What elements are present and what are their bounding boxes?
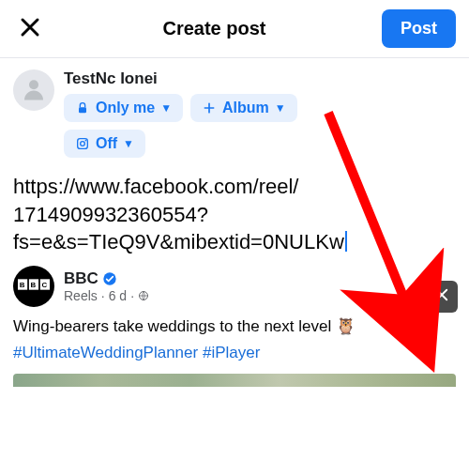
svg-rect-1	[79, 107, 86, 113]
preview-caption: Wing-bearers take weddings to the next l…	[0, 307, 469, 340]
page-title: Create post	[162, 18, 265, 39]
publisher-meta: BBC Reels · 6 d ·	[64, 269, 149, 303]
owl-emoji: 🦉	[336, 317, 356, 335]
album-label: Album	[222, 100, 269, 116]
secondary-chips: Off ▼	[64, 130, 297, 158]
lock-icon	[75, 100, 90, 115]
author-name: TestNc Ionei	[64, 69, 297, 88]
hashtag-link[interactable]: #UltimateWeddingPlanner	[13, 344, 198, 361]
header-bar: Create post Post	[0, 0, 469, 58]
person-icon	[20, 74, 48, 106]
audience-selector[interactable]: Only me ▼	[64, 94, 183, 122]
preview-header: B B C BBC Reels · 6 d ·	[13, 266, 456, 307]
chevron-down-icon: ▼	[160, 101, 172, 115]
preview-hashtags: #UltimateWeddingPlanner #iPlayer	[0, 340, 469, 370]
author-section: TestNc Ionei Only me ▼ Album ▼	[0, 58, 469, 161]
bbc-logo-icon: B B C	[18, 278, 50, 295]
hashtag-link[interactable]: #iPlayer	[203, 344, 260, 361]
post-text-input[interactable]: https://www.facebook.com/reel/ 171490993…	[0, 161, 469, 262]
chevron-down-icon: ▼	[275, 101, 286, 115]
svg-text:B: B	[31, 281, 37, 289]
close-button[interactable]	[13, 12, 47, 46]
close-icon	[433, 286, 450, 307]
publisher-name[interactable]: BBC	[64, 269, 98, 288]
post-age: 6 d	[109, 288, 127, 303]
close-icon	[19, 16, 41, 42]
separator-dot: ·	[101, 288, 105, 303]
remove-preview-button[interactable]	[426, 281, 458, 313]
svg-point-4	[85, 140, 87, 142]
author-meta: TestNc Ionei Only me ▼ Album ▼	[64, 69, 297, 158]
publisher-subline: Reels · 6 d ·	[64, 288, 149, 303]
preview-image[interactable]	[13, 374, 456, 387]
verified-badge-icon	[102, 271, 117, 286]
plus-icon	[202, 100, 217, 115]
separator-dot: ·	[130, 288, 134, 303]
instagram-label: Off	[96, 135, 117, 152]
instagram-icon	[75, 136, 90, 151]
content-type-label: Reels	[64, 288, 98, 303]
post-button[interactable]: Post	[382, 9, 456, 48]
audience-label: Only me	[96, 100, 155, 116]
album-selector[interactable]: Album ▼	[190, 94, 297, 122]
text-cursor	[345, 231, 347, 252]
globe-icon	[138, 290, 149, 301]
publisher-avatar[interactable]: B B C	[13, 266, 54, 307]
svg-point-3	[81, 142, 85, 146]
svg-point-0	[29, 80, 38, 89]
post-text-line: https://www.facebook.com/reel/	[13, 175, 298, 198]
post-text-line: 1714909932360554?	[13, 203, 208, 226]
svg-text:B: B	[20, 281, 25, 289]
post-text-line: fs=e&s=TIeQ9V&mibextid=0NULKw	[13, 230, 344, 253]
link-preview: B B C BBC Reels · 6 d ·	[0, 262, 469, 307]
author-avatar[interactable]	[13, 69, 54, 111]
chevron-down-icon: ▼	[123, 137, 134, 150]
instagram-crosspost-selector[interactable]: Off ▼	[64, 130, 145, 158]
svg-text:C: C	[42, 281, 48, 289]
preview-caption-text: Wing-bearers take weddings to the next l…	[13, 317, 336, 335]
audience-chips: Only me ▼ Album ▼	[64, 94, 297, 122]
